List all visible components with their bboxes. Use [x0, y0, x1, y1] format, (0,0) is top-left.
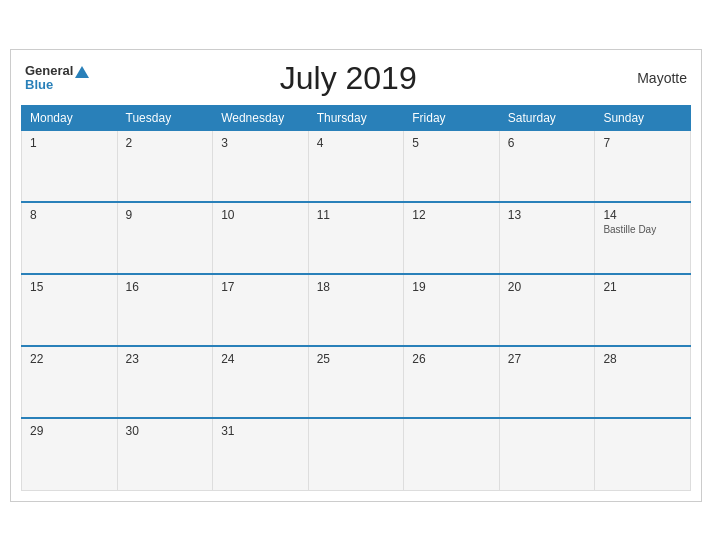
calendar-cell: 10	[213, 202, 309, 274]
day-number: 29	[30, 424, 109, 438]
calendar-cell: 16	[117, 274, 213, 346]
calendar-cell: 4	[308, 130, 404, 202]
calendar-cell: 21	[595, 274, 691, 346]
day-number: 26	[412, 352, 491, 366]
calendar-cell: 2	[117, 130, 213, 202]
calendar-cell: 19	[404, 274, 500, 346]
day-number: 28	[603, 352, 682, 366]
week-row-2: 891011121314Bastille Day	[22, 202, 691, 274]
day-number: 24	[221, 352, 300, 366]
logo-general-text: General	[25, 64, 73, 78]
day-number: 30	[126, 424, 205, 438]
calendar-cell: 15	[22, 274, 118, 346]
calendar-cell	[308, 418, 404, 490]
day-number: 10	[221, 208, 300, 222]
calendar-cell: 11	[308, 202, 404, 274]
week-row-5: 293031	[22, 418, 691, 490]
calendar-cell: 20	[499, 274, 595, 346]
calendar-cell: 24	[213, 346, 309, 418]
day-number: 8	[30, 208, 109, 222]
day-number: 1	[30, 136, 109, 150]
weekday-header-row: MondayTuesdayWednesdayThursdayFridaySatu…	[22, 105, 691, 130]
day-number: 12	[412, 208, 491, 222]
day-number: 31	[221, 424, 300, 438]
day-number: 22	[30, 352, 109, 366]
logo-blue-text: Blue	[25, 78, 53, 92]
calendar-region: Mayotte	[607, 70, 687, 86]
calendar-title: July 2019	[89, 60, 607, 97]
day-number: 2	[126, 136, 205, 150]
calendar-cell	[499, 418, 595, 490]
calendar-cell: 8	[22, 202, 118, 274]
day-number: 25	[317, 352, 396, 366]
day-number: 21	[603, 280, 682, 294]
calendar-cell: 9	[117, 202, 213, 274]
calendar-cell: 31	[213, 418, 309, 490]
calendar-cell: 3	[213, 130, 309, 202]
calendar-cell: 30	[117, 418, 213, 490]
calendar-cell: 17	[213, 274, 309, 346]
event-label: Bastille Day	[603, 224, 682, 235]
day-number: 19	[412, 280, 491, 294]
calendar-cell: 6	[499, 130, 595, 202]
week-row-4: 22232425262728	[22, 346, 691, 418]
day-number: 4	[317, 136, 396, 150]
weekday-header-saturday: Saturday	[499, 105, 595, 130]
day-number: 7	[603, 136, 682, 150]
day-number: 11	[317, 208, 396, 222]
week-row-1: 1234567	[22, 130, 691, 202]
calendar-cell: 14Bastille Day	[595, 202, 691, 274]
calendar-table: MondayTuesdayWednesdayThursdayFridaySatu…	[21, 105, 691, 491]
day-number: 6	[508, 136, 587, 150]
day-number: 27	[508, 352, 587, 366]
weekday-header-thursday: Thursday	[308, 105, 404, 130]
weekday-header-sunday: Sunday	[595, 105, 691, 130]
day-number: 17	[221, 280, 300, 294]
day-number: 14	[603, 208, 682, 222]
calendar-cell: 1	[22, 130, 118, 202]
day-number: 13	[508, 208, 587, 222]
weekday-header-friday: Friday	[404, 105, 500, 130]
calendar-cell: 5	[404, 130, 500, 202]
calendar-cell: 26	[404, 346, 500, 418]
calendar-cell: 23	[117, 346, 213, 418]
calendar-cell	[404, 418, 500, 490]
calendar-cell	[595, 418, 691, 490]
weekday-header-tuesday: Tuesday	[117, 105, 213, 130]
week-row-3: 15161718192021	[22, 274, 691, 346]
calendar-container: General Blue July 2019 Mayotte MondayTue…	[10, 49, 702, 502]
calendar-cell: 22	[22, 346, 118, 418]
calendar-cell: 13	[499, 202, 595, 274]
day-number: 5	[412, 136, 491, 150]
weekday-header-monday: Monday	[22, 105, 118, 130]
logo-triangle-icon	[75, 66, 89, 78]
day-number: 16	[126, 280, 205, 294]
calendar-cell: 27	[499, 346, 595, 418]
calendar-cell: 29	[22, 418, 118, 490]
calendar-cell: 12	[404, 202, 500, 274]
calendar-header: General Blue July 2019 Mayotte	[21, 60, 691, 97]
day-number: 20	[508, 280, 587, 294]
calendar-cell: 28	[595, 346, 691, 418]
day-number: 18	[317, 280, 396, 294]
calendar-cell: 18	[308, 274, 404, 346]
day-number: 15	[30, 280, 109, 294]
day-number: 9	[126, 208, 205, 222]
logo: General Blue	[25, 64, 89, 93]
weekday-header-wednesday: Wednesday	[213, 105, 309, 130]
day-number: 3	[221, 136, 300, 150]
calendar-cell: 25	[308, 346, 404, 418]
calendar-cell: 7	[595, 130, 691, 202]
day-number: 23	[126, 352, 205, 366]
